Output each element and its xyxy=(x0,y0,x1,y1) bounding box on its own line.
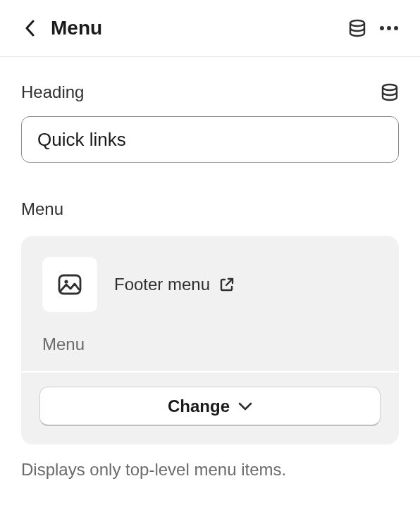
svg-point-1 xyxy=(380,26,384,30)
menu-thumbnail xyxy=(42,257,97,312)
page-title: Menu xyxy=(51,17,102,39)
database-icon xyxy=(381,83,399,101)
header-right xyxy=(348,19,399,37)
change-button-label: Change xyxy=(168,396,230,416)
chevron-down-icon xyxy=(238,402,252,411)
more-button[interactable] xyxy=(379,25,399,31)
menu-card: Footer menu Menu Change xyxy=(21,236,399,444)
svg-point-2 xyxy=(387,26,391,30)
svg-rect-5 xyxy=(59,275,80,294)
menu-section: Menu Footer menu xyxy=(21,199,399,480)
image-icon xyxy=(58,274,82,295)
menu-card-sublabel: Menu xyxy=(42,335,378,354)
change-button[interactable]: Change xyxy=(39,387,381,426)
heading-database-button[interactable] xyxy=(381,83,399,101)
header: Menu xyxy=(0,0,420,57)
menu-helper-text: Displays only top-level menu items. xyxy=(21,460,399,480)
menu-card-bottom: Change xyxy=(21,371,399,444)
database-button[interactable] xyxy=(348,19,366,37)
chevron-left-icon xyxy=(25,20,35,37)
svg-point-4 xyxy=(383,85,397,90)
svg-point-3 xyxy=(394,26,398,30)
database-icon xyxy=(348,19,366,37)
menu-card-top: Footer menu Menu xyxy=(21,236,399,371)
heading-input[interactable] xyxy=(21,116,399,163)
content: Heading Menu xyxy=(0,57,420,480)
svg-point-6 xyxy=(64,280,68,283)
menu-selected-name: Footer menu xyxy=(114,275,210,294)
svg-point-0 xyxy=(350,20,364,26)
external-link-icon xyxy=(220,277,234,292)
heading-label: Heading xyxy=(21,82,84,102)
back-button[interactable] xyxy=(21,20,38,37)
header-left: Menu xyxy=(21,17,102,39)
more-horizontal-icon xyxy=(379,25,399,31)
heading-row: Heading xyxy=(21,82,399,102)
menu-selected-row[interactable]: Footer menu xyxy=(42,257,378,312)
menu-section-label: Menu xyxy=(21,199,399,219)
